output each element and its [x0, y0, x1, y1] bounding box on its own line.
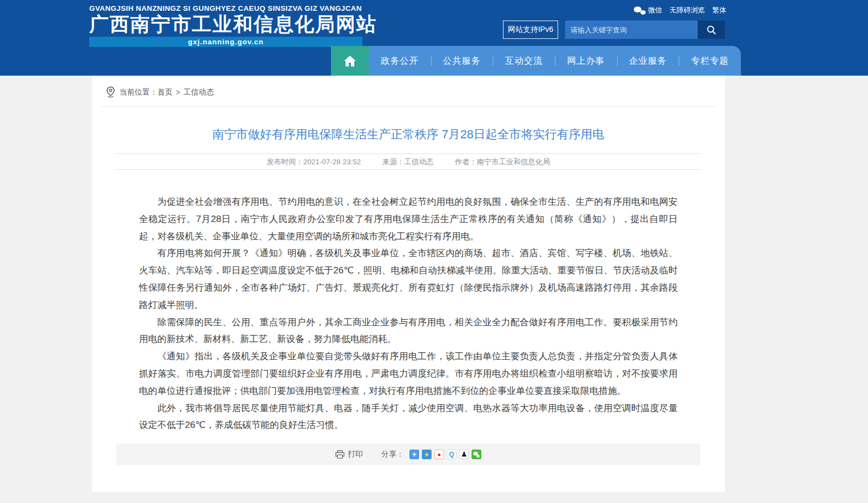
nav-home-button[interactable]	[331, 46, 369, 76]
share-row: 打印 分享： + ★ ● Q ♟	[116, 444, 700, 465]
article: 南宁市做好有序用电保障生活生产正常秩序 7月28日起全市将实行有序用电 发布时间…	[92, 126, 725, 465]
printer-icon	[335, 450, 344, 459]
wechat-share-icon[interactable]	[472, 450, 481, 459]
nav-item-wangshangbanshi[interactable]: 网上办事	[555, 46, 617, 76]
breadcrumb-home-link[interactable]: 首页	[157, 88, 173, 97]
article-paragraph: 此外，我市将倡导居民尽量使用节能灯具、电器，随手关灯，减少使用空调、电热水器等大…	[139, 400, 678, 434]
publish-time: 发布时间：2021-07-28 23:52	[267, 158, 361, 166]
article-title: 南宁市做好有序用电保障生活生产正常秩序 7月28日起全市将实行有序用电	[116, 126, 700, 143]
nav-item-gonggongfuwu[interactable]: 公共服务	[431, 46, 493, 76]
article-source: 来源：工信动态	[382, 158, 434, 166]
qzone-share-icon[interactable]: ★	[422, 450, 432, 459]
home-icon	[343, 55, 357, 68]
nav-item-hudongjiaoliu[interactable]: 互动交流	[493, 46, 555, 76]
nav-item-zhuanlanzhuanti[interactable]: 专栏专题	[679, 46, 741, 76]
search-button[interactable]	[698, 21, 725, 39]
article-meta: 发布时间：2021-07-28 23:52 来源：工信动态 作者：南宁市工业和信…	[116, 153, 700, 170]
breadcrumb-separator: >	[176, 88, 180, 97]
article-paragraph: 为促进全社会增强有序用电、节约用电的意识，在全社会树立起节约用电的良好氛围，确保…	[139, 193, 678, 245]
sina-weibo-share-icon[interactable]: ●	[434, 450, 444, 459]
share-more-icon[interactable]: +	[409, 450, 419, 459]
share-icons: + ★ ● Q ♟	[409, 450, 481, 459]
article-paragraph: 有序用电将如何开展？《通知》明确，各级机关及事业单位，全市辖区内的商场、超市、酒…	[139, 245, 678, 313]
article-paragraph: 《通知》指出，各级机关及企事业单位要自觉带头做好有序用电工作，该工作由单位主要负…	[139, 348, 678, 399]
article-body: 为促进全社会增强有序用电、节约用电的意识，在全社会树立起节约用电的良好氛围，确保…	[139, 193, 678, 434]
breadcrumb: 当前位置： 首页 > 工信动态	[101, 76, 716, 107]
qq-share-icon[interactable]: ♟	[459, 450, 469, 459]
wechat-label: 微信	[648, 5, 662, 15]
breadcrumb-current-link[interactable]: 工信动态	[183, 88, 214, 97]
location-pin-icon	[106, 86, 115, 98]
search-input[interactable]	[565, 21, 698, 39]
article-paragraph: 除需保障的民生、公用、重点等用户外，其余工商业企业参与有序用电，相关企业全力配合…	[139, 314, 678, 348]
content-card: 当前位置： 首页 > 工信动态 南宁市做好有序用电保障生活生产正常秩序 7月28…	[92, 76, 725, 492]
print-label: 打印	[348, 450, 363, 459]
nav-item-qiyefuwu[interactable]: 企业服务	[617, 46, 679, 76]
wechat-link[interactable]: 微信	[634, 5, 662, 15]
search-icon	[706, 25, 717, 35]
site-domain: gxj.nanning.gov.cn	[89, 37, 362, 47]
tencent-weibo-share-icon[interactable]: Q	[447, 450, 456, 459]
ipv6-badge[interactable]: 网站支持IPv6	[503, 21, 558, 39]
accessibility-link[interactable]: 无障碍浏览	[670, 5, 705, 15]
site-title: 广西南宁市工业和信息化局网站	[89, 14, 381, 35]
article-author: 作者：南宁市工业和信息化局	[455, 158, 550, 166]
main-nav: 政务公开 公共服务 互动交流 网上办事 企业服务 专栏专题	[331, 46, 741, 76]
wechat-icon	[634, 6, 646, 15]
print-button[interactable]: 打印	[335, 450, 363, 459]
site-logo[interactable]: GVANGJSIH NANZNINGZ SI GUNGHYEZ CAEUQ SI…	[89, 4, 381, 47]
nav-item-zhengwugongkai[interactable]: 政务公开	[369, 46, 431, 76]
share-label: 分享：	[381, 450, 404, 459]
site-subtitle-zhuang: GVANGJSIH NANZNINGZ SI GUNGHYEZ CAEUQ SI…	[89, 4, 381, 12]
site-header: GVANGJSIH NANZNINGZ SI GUNGHYEZ CAEUQ SI…	[0, 0, 868, 76]
breadcrumb-label: 当前位置：	[120, 88, 157, 97]
utility-links: 微信 无障碍浏览 繁体	[634, 5, 726, 15]
traditional-chinese-link[interactable]: 繁体	[712, 5, 726, 15]
